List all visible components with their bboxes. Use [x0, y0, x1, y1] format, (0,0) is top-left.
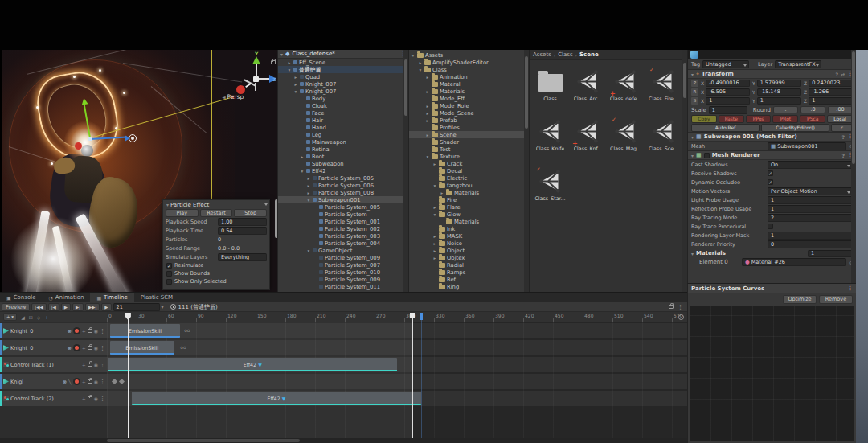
scene-view[interactable]: Y Z X ◄ Persp ▾ Particle Effect Play Res…	[2, 50, 277, 292]
pin-icon[interactable]: +	[82, 328, 86, 334]
track-header-animation[interactable]: Knigl⊗╲+◉⋮	[0, 374, 107, 389]
curve-editor-grid[interactable]	[690, 306, 854, 441]
foldout-icon[interactable]: ▾	[306, 198, 311, 203]
project-folder-item[interactable]: ▾Class	[409, 66, 529, 73]
eye-icon[interactable]: ◉	[94, 396, 98, 401]
round-dot-button[interactable]: .	[773, 106, 798, 113]
project-folder-item[interactable]: ▸Noise	[409, 240, 529, 247]
project-folder-item[interactable]: ▾fangzhou	[409, 182, 529, 189]
auto-ref-button[interactable]: Auto Ref	[691, 124, 760, 132]
hierarchy-item[interactable]: Particle System_009	[278, 276, 408, 283]
kebab-menu-icon[interactable]: ⋮	[100, 328, 105, 334]
component-enabled-checkbox[interactable]	[704, 153, 710, 158]
hierarchy-item[interactable]: Particle System_005	[278, 203, 408, 211]
foldout-icon[interactable]: ▸	[432, 256, 437, 260]
kebab-menu-icon[interactable]: ⋮	[100, 362, 105, 368]
move-gizmo-center[interactable]	[88, 137, 92, 141]
preset-icon[interactable]: ⇄	[841, 72, 845, 77]
material-object-field[interactable]: ● Material #26	[742, 258, 846, 266]
transport-button-4[interactable]: ▶▶|	[85, 303, 100, 311]
called-by-editor-button[interactable]: CalledByEditor()	[761, 124, 829, 132]
hierarchy-item[interactable]: Subweapon	[278, 160, 408, 167]
project-folder-item[interactable]: Decal	[409, 167, 529, 174]
hierarchy-item[interactable]: Cloak	[278, 102, 408, 109]
record-button[interactable]	[73, 327, 80, 334]
breadcrumb-scene[interactable]: Scene	[579, 51, 599, 58]
clear-binding-icon[interactable]: ⊗	[63, 379, 67, 384]
checkbox[interactable]	[166, 279, 172, 285]
track-header-animation[interactable]: Knight_0⊗+◉⋮	[0, 340, 107, 355]
foldout-icon[interactable]: ▸	[293, 75, 298, 80]
asset-item[interactable]: Class	[532, 67, 568, 113]
project-folder-item[interactable]: Ref	[409, 276, 529, 283]
scrollbar-thumb[interactable]	[525, 56, 528, 129]
transport-button-1[interactable]: |◀	[48, 303, 59, 311]
orientation-gizmo-y-cone[interactable]	[252, 56, 260, 64]
round-hundredth-button[interactable]: .00	[828, 106, 853, 113]
lock-icon[interactable]	[88, 346, 92, 350]
clear-binding-icon[interactable]: ⊗	[68, 345, 72, 351]
asset-item[interactable]: ✓Class_Mag...	[608, 117, 644, 163]
pin-icon[interactable]: +	[82, 362, 86, 367]
hierarchy-item[interactable]: ▾GameObject	[278, 247, 408, 254]
hierarchy-item[interactable]: Leg	[278, 131, 408, 138]
record-button[interactable]	[73, 344, 80, 351]
current-frame-field[interactable]: 21	[113, 303, 160, 311]
property-field[interactable]: 1	[768, 196, 853, 204]
foldout-icon[interactable]: ▾	[432, 212, 437, 217]
record-button[interactable]	[73, 378, 80, 385]
timeline-clip[interactable]: EmissionSkill	[110, 324, 181, 338]
hierarchy-item[interactable]: Particle System_007	[278, 261, 408, 269]
scale-field[interactable]: 1	[709, 106, 747, 114]
property-dropdown[interactable]: On	[768, 161, 853, 169]
lock-icon[interactable]	[271, 60, 276, 64]
timeline-clip[interactable]: EmissionSkill	[110, 341, 174, 355]
foldout-icon[interactable]: ▾	[287, 68, 292, 72]
project-folder-item[interactable]: ▾Texture	[409, 153, 529, 160]
pin-icon[interactable]: +	[82, 379, 86, 384]
foldout-icon[interactable]: ▸	[432, 234, 437, 239]
timeline-clip[interactable]: Eff42▼	[132, 392, 421, 405]
foldout-icon[interactable]: ▸	[306, 183, 311, 188]
hierarchy-item[interactable]: ▾普通护盾›	[278, 66, 408, 73]
project-folder-item[interactable]: ▸MASK	[409, 232, 529, 240]
hierarchy-scene-root[interactable]: ▾ ◆ Class_defense* ⋮	[278, 50, 408, 59]
project-folder-item[interactable]: ▸Mode_Scene	[409, 109, 529, 117]
s-y-field[interactable]: 1	[757, 97, 801, 105]
psca-button[interactable]: PSca	[800, 115, 825, 123]
kebab-menu-icon[interactable]: ⋮	[678, 304, 683, 310]
foldout-icon[interactable]: ▾	[293, 89, 298, 94]
foldout-icon[interactable]: ▸	[432, 248, 437, 253]
property-field[interactable]: 0.54	[218, 227, 267, 235]
hierarchy-item[interactable]: Particle System	[278, 211, 408, 218]
track-header-control[interactable]: Control Track (1)+◉⋮	[0, 357, 107, 372]
asset-item[interactable]: ✓Class_Fire...	[645, 67, 682, 113]
project-folder-item[interactable]: ▸Animation	[409, 73, 529, 80]
local-toggle-button[interactable]: Local	[827, 115, 853, 123]
project-folder-item[interactable]: ▸Crack	[409, 160, 529, 167]
lock-icon[interactable]	[88, 363, 92, 367]
property-field[interactable]: 1.00	[218, 218, 267, 226]
kebab-menu-icon[interactable]: ⋮	[847, 285, 853, 292]
hierarchy-item[interactable]: Face	[278, 109, 408, 117]
track-content-area[interactable]: EmissionSkillooEmissionSkillooEff42▼Eff4…	[107, 322, 687, 439]
foldout-icon[interactable]: ▾	[691, 72, 694, 77]
r-y-field[interactable]: -15.148	[757, 88, 801, 96]
s-z-field[interactable]: 1	[809, 97, 853, 105]
breadcrumb-assets[interactable]: Assets	[533, 51, 551, 58]
foldout-icon[interactable]: ▸	[287, 60, 292, 65]
lock-icon[interactable]	[88, 396, 92, 400]
optimize-button[interactable]: Optimize	[783, 295, 817, 304]
timeline-clip[interactable]: Eff42▼	[108, 358, 397, 371]
project-folder-item[interactable]: Materials	[409, 218, 529, 225]
hierarchy-item[interactable]: Particle System_002	[278, 225, 408, 232]
s-x-field[interactable]: 1	[706, 97, 750, 105]
pin-icon[interactable]: +	[44, 314, 48, 320]
help-icon[interactable]: ?	[842, 153, 845, 158]
help-icon[interactable]: ?	[835, 72, 837, 77]
lock-icon[interactable]	[669, 305, 674, 309]
project-folder-item[interactable]: Materal	[409, 80, 529, 88]
project-folder-item[interactable]: ▾Glow	[409, 211, 529, 218]
foldout-icon[interactable]: ▾	[691, 251, 694, 256]
project-folder-item[interactable]: ▸Flare	[409, 203, 529, 211]
